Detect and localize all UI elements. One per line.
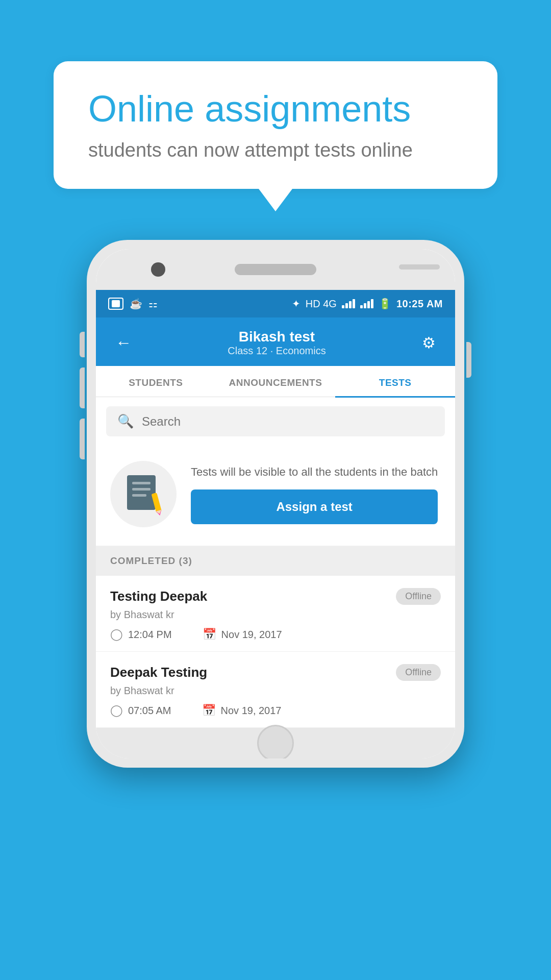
whatsapp-icon: ☕ bbox=[130, 298, 142, 310]
tab-announcements[interactable]: ANNOUNCEMENTS bbox=[216, 366, 336, 397]
home-button[interactable] bbox=[257, 725, 294, 758]
test-name-1: Testing Deepak bbox=[110, 589, 207, 604]
time-value-1: 12:04 PM bbox=[128, 629, 172, 641]
tab-tests[interactable]: TESTS bbox=[335, 366, 455, 397]
status-bar: ☕ ⚏ ✦ HD 4G 🔋 10:25 A bbox=[96, 290, 455, 317]
search-container: 🔍 bbox=[96, 397, 455, 446]
meta-time-2: ◯ 07:05 AM bbox=[110, 704, 171, 717]
gear-icon[interactable]: ⚙ bbox=[418, 330, 440, 356]
phone-frame: ☕ ⚏ ✦ HD 4G 🔋 10:25 A bbox=[87, 240, 464, 768]
svg-rect-3 bbox=[132, 494, 146, 497]
test-item-2[interactable]: Deepak Testing Offline by Bhaswat kr ◯ 0… bbox=[96, 652, 455, 728]
assign-section: Tests will be visible to all the student… bbox=[96, 446, 455, 546]
assign-right: Tests will be visible to all the student… bbox=[191, 464, 438, 524]
completed-section-header: COMPLETED (3) bbox=[96, 546, 455, 576]
status-icon-app1 bbox=[108, 298, 123, 310]
header-subtitle: Class 12 · Economics bbox=[228, 345, 325, 357]
phone-side-btn-right bbox=[466, 342, 471, 378]
test-name-2: Deepak Testing bbox=[110, 665, 207, 680]
tabs-bar: STUDENTS ANNOUNCEMENTS TESTS bbox=[96, 366, 455, 397]
bar1 bbox=[342, 305, 344, 308]
bar1b bbox=[360, 305, 363, 308]
header-center: Bikash test Class 12 · Economics bbox=[228, 329, 325, 357]
bar2b bbox=[364, 303, 366, 308]
date-value-1: Nov 19, 2017 bbox=[221, 629, 282, 641]
phone-camera bbox=[151, 262, 165, 277]
app-header: ← Bikash test Class 12 · Economics ⚙ bbox=[96, 317, 455, 366]
test-item-top-1: Testing Deepak Offline bbox=[110, 588, 441, 605]
calendar-icon-2: 📅 bbox=[202, 704, 216, 717]
status-icon-inner bbox=[112, 300, 120, 307]
test-notebook-icon bbox=[123, 473, 164, 516]
status-time: 10:25 AM bbox=[396, 298, 443, 310]
offline-badge-2: Offline bbox=[396, 664, 441, 681]
test-meta-1: ◯ 12:04 PM 📅 Nov 19, 2017 bbox=[110, 628, 441, 641]
phone-side-btn-left2 bbox=[80, 368, 85, 408]
bubble-subtitle: students can now attempt tests online bbox=[88, 139, 463, 161]
search-icon: 🔍 bbox=[117, 413, 134, 429]
svg-rect-1 bbox=[132, 482, 151, 484]
gallery-icon: ⚏ bbox=[148, 298, 158, 310]
meta-date-2: 📅 Nov 19, 2017 bbox=[202, 704, 282, 717]
bar3b bbox=[367, 301, 370, 308]
meta-date-1: 📅 Nov 19, 2017 bbox=[203, 628, 282, 641]
back-button[interactable]: ← bbox=[111, 329, 136, 356]
phone-bottom bbox=[96, 728, 455, 758]
phone-speaker bbox=[235, 264, 316, 275]
bluetooth-icon: ✦ bbox=[292, 298, 300, 310]
battery-icon: 🔋 bbox=[379, 298, 391, 310]
bar4b bbox=[371, 299, 373, 308]
bar3 bbox=[349, 301, 352, 308]
phone-inner: ☕ ⚏ ✦ HD 4G 🔋 10:25 A bbox=[96, 249, 455, 758]
offline-badge-1: Offline bbox=[396, 588, 441, 605]
test-meta-2: ◯ 07:05 AM 📅 Nov 19, 2017 bbox=[110, 704, 441, 717]
signal-bars-2 bbox=[360, 299, 373, 308]
search-input[interactable] bbox=[142, 414, 434, 429]
status-right: ✦ HD 4G 🔋 10:25 AM bbox=[292, 298, 443, 310]
tab-students[interactable]: STUDENTS bbox=[96, 366, 216, 397]
assign-info-text: Tests will be visible to all the student… bbox=[191, 464, 438, 480]
date-value-2: Nov 19, 2017 bbox=[221, 705, 282, 717]
signal-bars-1 bbox=[342, 299, 355, 308]
bar4 bbox=[353, 299, 355, 308]
network-label: HD 4G bbox=[306, 298, 337, 310]
phone-top bbox=[96, 249, 455, 290]
search-box: 🔍 bbox=[106, 406, 445, 436]
svg-rect-0 bbox=[127, 475, 156, 510]
clock-icon-1: ◯ bbox=[110, 628, 123, 641]
bar2 bbox=[345, 303, 348, 308]
test-by-2: by Bhaswat kr bbox=[110, 685, 441, 697]
clock-icon-2: ◯ bbox=[110, 704, 123, 717]
svg-rect-2 bbox=[132, 488, 151, 491]
status-left-icons: ☕ ⚏ bbox=[108, 298, 158, 310]
header-title: Bikash test bbox=[228, 329, 325, 345]
test-icon-circle bbox=[110, 461, 177, 527]
calendar-icon-1: 📅 bbox=[203, 628, 216, 641]
speech-bubble: Online assignments students can now atte… bbox=[54, 61, 497, 189]
phone-side-btn-left3 bbox=[80, 419, 85, 459]
completed-header-text: COMPLETED (3) bbox=[110, 555, 192, 566]
assign-test-button[interactable]: Assign a test bbox=[191, 489, 438, 524]
phone-side-btn-left1 bbox=[80, 332, 85, 357]
test-item-top-2: Deepak Testing Offline bbox=[110, 664, 441, 681]
phone-btn-top bbox=[399, 264, 440, 270]
test-item[interactable]: Testing Deepak Offline by Bhaswat kr ◯ 1… bbox=[96, 576, 455, 652]
test-by-1: by Bhaswat kr bbox=[110, 609, 441, 621]
time-value-2: 07:05 AM bbox=[128, 705, 171, 717]
meta-time-1: ◯ 12:04 PM bbox=[110, 628, 172, 641]
bubble-title: Online assignments bbox=[88, 89, 463, 129]
